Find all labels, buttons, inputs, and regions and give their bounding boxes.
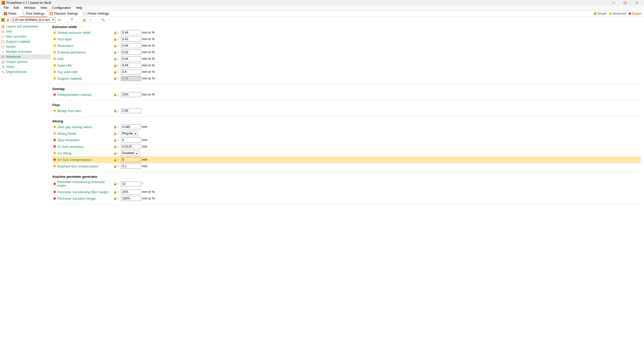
setting-label[interactable]: Infill:	[57, 57, 113, 61]
reset-dot-icon[interactable]: •	[117, 37, 121, 41]
setting-input[interactable]	[121, 124, 141, 129]
sidebar-item-notes[interactable]: Notes	[0, 64, 50, 69]
menu-edit[interactable]: Edit	[11, 6, 22, 11]
setting-label[interactable]: Perimeter transitioning filter margin:	[57, 190, 113, 194]
setting-label[interactable]: Elephant foot compensation:	[57, 164, 113, 168]
setting-label[interactable]: Slicing Mode:	[57, 132, 113, 135]
setting-label[interactable]: Perimeter transitioning threshold angle:	[57, 180, 113, 188]
mode-expert[interactable]: Expert	[628, 12, 642, 15]
tab-printer-settings[interactable]: Printer Settings	[81, 11, 112, 17]
setting-label[interactable]: XY Size Compensation:	[57, 158, 113, 162]
setting-input[interactable]	[121, 181, 141, 186]
setting-input[interactable]	[121, 108, 141, 113]
reset-dot-icon[interactable]: •	[117, 158, 121, 162]
setting-input[interactable]	[121, 76, 141, 81]
setting-select[interactable]: Disabled	[121, 151, 139, 156]
lock-icon[interactable]: 🔒	[113, 37, 117, 41]
lock-icon[interactable]: 🔒	[113, 70, 117, 74]
menu-window[interactable]: Window	[22, 6, 38, 11]
lock-icon[interactable]: 🔒	[113, 158, 117, 161]
setting-input[interactable]	[121, 196, 141, 201]
reset-dot-icon[interactable]: •	[117, 70, 121, 74]
compare-presets-icon[interactable]: ?	[70, 18, 74, 22]
sidebar-item-multi[interactable]: Multiple Extruders	[0, 49, 50, 54]
close-button[interactable]	[631, 0, 642, 6]
reset-dot-icon[interactable]: •	[117, 76, 121, 80]
sidebar-item-layers[interactable]: Layers and perimeters	[0, 24, 50, 29]
tab-print-settings[interactable]: Print Settings	[19, 11, 47, 17]
menu-view[interactable]: View	[38, 6, 50, 11]
menu-file[interactable]: File	[1, 6, 11, 11]
setting-input[interactable]	[121, 50, 141, 55]
setting-label[interactable]: Infill/perimeters overlap:	[57, 93, 113, 97]
save-preset-icon[interactable]: 🖫	[57, 18, 61, 22]
setting-input[interactable]	[121, 30, 141, 35]
mode-simple[interactable]: Simple	[593, 12, 607, 15]
reset-dot-icon[interactable]: •	[117, 138, 121, 142]
sidebar-item-support[interactable]: Support material	[0, 39, 50, 44]
lock-icon[interactable]: 🔒	[113, 138, 117, 142]
reset-dot-icon[interactable]: •	[117, 63, 121, 67]
lock-icon[interactable]: 🔒	[113, 57, 117, 61]
setting-label[interactable]: First layer:	[57, 37, 113, 41]
lock-icon[interactable]: 🔒	[113, 132, 117, 135]
setting-input[interactable]	[121, 56, 141, 61]
minimize-button[interactable]	[608, 0, 619, 6]
collapse-icon[interactable]: ⁘	[107, 18, 111, 22]
settings-panel[interactable]: Extrusion width Default extrusion width:…	[50, 23, 644, 345]
setting-input[interactable]	[121, 37, 141, 42]
lock-icon[interactable]: 🔒	[113, 197, 117, 200]
setting-label[interactable]: Support material:	[57, 77, 113, 80]
mode-advanced[interactable]: Advanced	[608, 12, 627, 15]
reset-dot-icon[interactable]: •	[117, 93, 121, 97]
lock-icon[interactable]: 🔒	[113, 125, 117, 129]
setting-select[interactable]: Regular	[121, 131, 138, 136]
reset-dot-icon[interactable]: •	[117, 109, 121, 113]
reset-dot-icon[interactable]: •	[117, 50, 121, 54]
lock-icon[interactable]: 🔒	[113, 164, 117, 168]
setting-label[interactable]: Top solid infill:	[57, 70, 113, 74]
setting-label[interactable]: Arc fitting:	[57, 151, 113, 155]
setting-label[interactable]: Bridge flow ratio:	[57, 109, 113, 113]
tab-filament-settings[interactable]: Filament Settings	[47, 11, 81, 17]
preset-select[interactable]	[11, 17, 55, 22]
setting-label[interactable]: Default extrusion width:	[57, 31, 113, 35]
setting-input[interactable]	[121, 63, 141, 68]
menu-help[interactable]: Help	[73, 6, 85, 11]
setting-label[interactable]: Slice gap closing radius:	[57, 125, 113, 129]
reset-dot-icon[interactable]: •	[117, 125, 121, 129]
setting-label[interactable]: G-code resolution:	[57, 145, 113, 149]
maximize-button[interactable]	[619, 0, 631, 6]
lock-icon[interactable]: 🔒	[113, 109, 117, 112]
sidebar-item-output[interactable]: Output options	[0, 59, 50, 64]
menu-configuration[interactable]: Configuration	[50, 6, 73, 11]
lock-icon[interactable]: 🔒	[113, 44, 117, 47]
lock-icon[interactable]: 🔒	[113, 31, 117, 34]
lock-icon[interactable]: 🔒	[113, 93, 117, 96]
lock-icon[interactable]: 🔒	[113, 151, 117, 155]
tab-plater[interactable]: Plater	[2, 11, 19, 17]
setting-input[interactable]	[121, 157, 141, 162]
lock-icon[interactable]: 🔒	[113, 145, 117, 148]
setting-label[interactable]: Perimeter transition length:	[57, 197, 113, 200]
reset-dot-icon[interactable]: •	[117, 190, 121, 194]
reset-dot-icon[interactable]: •	[117, 164, 121, 168]
reset-dot-icon[interactable]: •	[117, 44, 121, 48]
reset-dot-icon[interactable]: •	[117, 182, 121, 186]
reset-dot-icon[interactable]: •	[117, 31, 121, 35]
search-icon[interactable]: 🔍	[101, 18, 105, 22]
lock-icon[interactable]: 🔒	[113, 182, 117, 186]
setting-input[interactable]	[121, 69, 141, 74]
detach-lock-icon[interactable]: 🔒	[82, 18, 87, 22]
lock-icon[interactable]: 🔒	[113, 190, 117, 194]
reset-dot-icon[interactable]: •	[117, 196, 121, 200]
sidebar-item-infill[interactable]: Infill	[0, 29, 50, 34]
setting-input[interactable]	[121, 43, 141, 48]
sidebar-item-skirt[interactable]: Skirt and brim	[0, 34, 50, 39]
sidebar-item-advanced[interactable]: Advanced	[0, 54, 50, 59]
lock-icon[interactable]: 🔒	[113, 64, 117, 67]
sidebar-item-deps[interactable]: Dependencies	[0, 69, 50, 74]
reset-dot-icon[interactable]: •	[117, 57, 121, 61]
reset-dot-icon[interactable]: •	[117, 131, 121, 135]
reset-dot-icon[interactable]: •	[117, 145, 121, 149]
